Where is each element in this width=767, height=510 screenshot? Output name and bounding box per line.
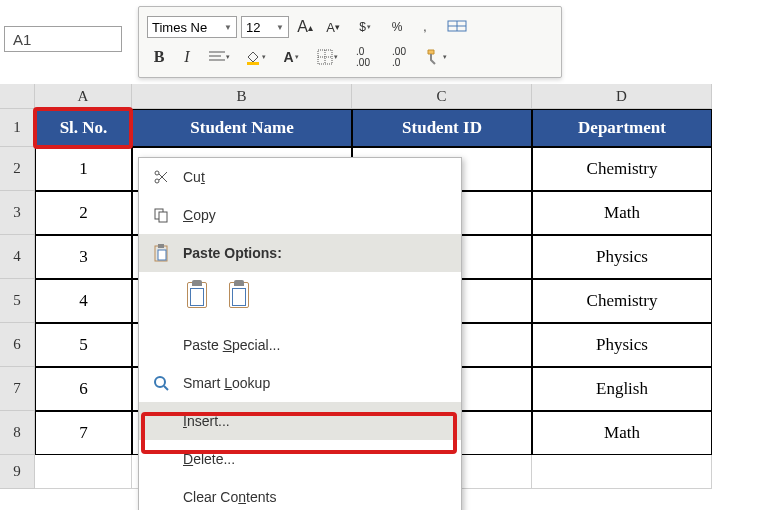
row-header-2[interactable]: 2 (0, 147, 35, 191)
menu-paste-options-header: Paste Options: (139, 234, 461, 272)
menu-paste-options-label: Paste Options: (183, 245, 451, 261)
percent-format-button[interactable]: % (385, 15, 409, 39)
column-header-b[interactable]: B (132, 84, 352, 109)
svg-rect-15 (159, 212, 167, 222)
menu-paste-special[interactable]: Paste Special... (139, 326, 461, 364)
svg-rect-18 (158, 250, 166, 260)
borders-button[interactable]: ▾ (311, 45, 343, 69)
menu-delete[interactable]: Delete... (139, 440, 461, 478)
svg-point-11 (155, 171, 159, 175)
column-header-d[interactable]: D (532, 84, 712, 109)
row-header-3[interactable]: 3 (0, 191, 35, 235)
increase-font-button[interactable]: A▴ (293, 15, 317, 39)
font-name-text: Times Ne (152, 20, 207, 35)
cell-a6[interactable]: 5 (35, 323, 132, 367)
menu-paste-special-label: Paste Special... (183, 337, 451, 353)
cell-a7[interactable]: 6 (35, 367, 132, 411)
menu-smart-lookup-label: Smart Lookup (183, 375, 451, 391)
cell-d2[interactable]: Chemistry (532, 147, 712, 191)
cell-a2[interactable]: 1 (35, 147, 132, 191)
menu-insert-label: Insert... (183, 413, 451, 429)
column-headers: A B C D (0, 84, 712, 109)
font-color-button[interactable]: A▾ (275, 45, 307, 69)
menu-insert[interactable]: Insert... (139, 402, 461, 440)
chevron-down-icon: ▼ (276, 23, 284, 32)
chevron-down-icon: ▼ (224, 23, 232, 32)
menu-cut-label: Cut (183, 169, 451, 185)
row-header-7[interactable]: 7 (0, 367, 35, 411)
cell-d9[interactable] (532, 455, 712, 489)
blank-icon (149, 333, 173, 357)
row-header-4[interactable]: 4 (0, 235, 35, 279)
cell-d5[interactable]: Chemistry (532, 279, 712, 323)
blank-icon (149, 409, 173, 433)
copy-icon (149, 203, 173, 227)
decrease-decimal-button[interactable]: .00.0 (383, 45, 415, 69)
menu-clear-contents[interactable]: Clear Contents (139, 478, 461, 510)
svg-rect-6 (247, 62, 259, 65)
svg-line-13 (159, 172, 167, 180)
paste-option-values[interactable] (225, 280, 253, 312)
clipboard-icon (149, 241, 173, 265)
menu-copy-label: Copy (183, 207, 451, 223)
name-box[interactable] (4, 26, 122, 52)
cell-d6[interactable]: Physics (532, 323, 712, 367)
font-size-text: 12 (246, 20, 260, 35)
cell-a9[interactable] (35, 455, 132, 489)
decrease-font-button[interactable]: A▾ (321, 15, 345, 39)
row-header-5[interactable]: 5 (0, 279, 35, 323)
menu-copy[interactable]: Copy (139, 196, 461, 234)
svg-point-19 (155, 377, 165, 387)
svg-line-12 (159, 174, 167, 182)
select-all-button[interactable] (0, 84, 35, 109)
scissors-icon (149, 165, 173, 189)
cell-d1[interactable]: Department (532, 109, 712, 147)
svg-rect-17 (158, 244, 164, 248)
column-header-c[interactable]: C (352, 84, 532, 109)
align-button[interactable]: ▾ (203, 45, 235, 69)
cell-a1[interactable]: Sl. No. (35, 109, 132, 147)
bold-button[interactable]: B (147, 45, 171, 69)
font-size-dropdown[interactable]: 12▼ (241, 16, 289, 38)
format-painter-button[interactable]: ▾ (419, 45, 451, 69)
italic-button[interactable]: I (175, 45, 199, 69)
font-name-dropdown[interactable]: Times Ne▼ (147, 16, 237, 38)
svg-line-20 (164, 386, 168, 390)
context-menu: Cut Copy Paste Options: Paste Special...… (138, 157, 462, 510)
paste-option-all[interactable] (183, 280, 211, 312)
cell-d7[interactable]: English (532, 367, 712, 411)
cell-b1[interactable]: Student Name (132, 109, 352, 147)
cell-a3[interactable]: 2 (35, 191, 132, 235)
row-header-9[interactable]: 9 (0, 455, 35, 489)
row-header-8[interactable]: 8 (0, 411, 35, 455)
cell-d3[interactable]: Math (532, 191, 712, 235)
svg-point-10 (155, 179, 159, 183)
fill-color-button[interactable]: ▾ (239, 45, 271, 69)
table-header-row: Sl. No. Student Name Student ID Departme… (35, 109, 712, 147)
comma-format-button[interactable]: , (413, 15, 437, 39)
menu-smart-lookup[interactable]: Smart Lookup (139, 364, 461, 402)
menu-delete-label: Delete... (183, 451, 451, 467)
menu-cut[interactable]: Cut (139, 158, 461, 196)
paste-options-row (139, 272, 461, 326)
cell-d8[interactable]: Math (532, 411, 712, 455)
increase-decimal-button[interactable]: .0.00 (347, 45, 379, 69)
menu-clear-contents-label: Clear Contents (183, 489, 451, 505)
blank-icon (149, 447, 173, 471)
column-header-a[interactable]: A (35, 84, 132, 109)
cell-d4[interactable]: Physics (532, 235, 712, 279)
row-headers: 1 2 3 4 5 6 7 8 9 (0, 109, 35, 489)
format-painter-palette-button[interactable] (441, 15, 473, 39)
row-header-1[interactable]: 1 (0, 109, 35, 147)
cell-c1[interactable]: Student ID (352, 109, 532, 147)
cell-a5[interactable]: 4 (35, 279, 132, 323)
cell-a8[interactable]: 7 (35, 411, 132, 455)
accounting-format-button[interactable]: $▾ (349, 15, 381, 39)
blank-icon (149, 485, 173, 509)
mini-toolbar: Times Ne▼ 12▼ A▴ A▾ $▾ % , B I ▾ ▾ A▾ ▾ … (138, 6, 562, 78)
cell-a4[interactable]: 3 (35, 235, 132, 279)
row-header-6[interactable]: 6 (0, 323, 35, 367)
search-icon (149, 371, 173, 395)
